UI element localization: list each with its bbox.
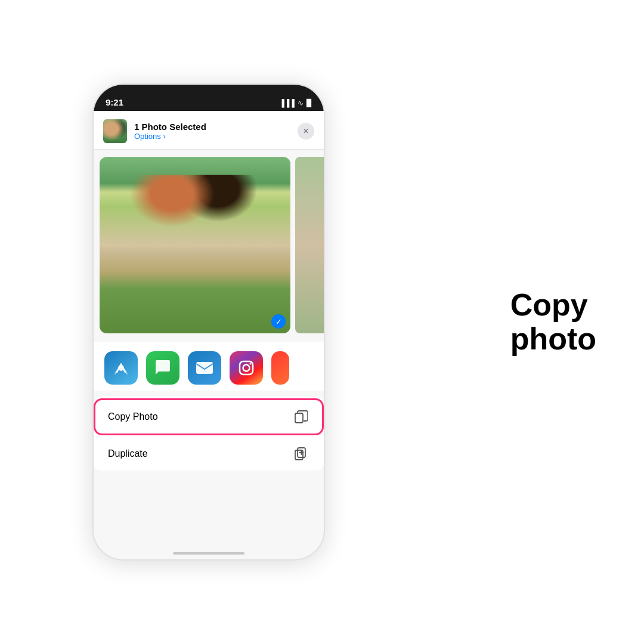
phone-frame: 9:21 ▐▐▐ ∿ ▉ 1 Photo Selected Options › [92, 83, 325, 561]
photo-small-image [295, 157, 324, 333]
partial-app-icon [271, 351, 289, 385]
share-header: 1 Photo Selected Options › [94, 111, 324, 150]
share-header-text: 1 Photo Selected Options › [134, 122, 290, 141]
duplicate-label: Duplicate [108, 448, 293, 459]
signal-icon: ▐▐▐ [279, 99, 295, 107]
mail-item[interactable] [188, 351, 221, 385]
instagram-item[interactable] [230, 351, 263, 385]
photo-people [119, 175, 271, 272]
svg-point-3 [243, 365, 250, 371]
photo-checkmark: ✓ [271, 314, 286, 329]
label-line2: photo [510, 322, 596, 356]
svg-rect-5 [295, 413, 303, 423]
svg-point-4 [250, 363, 252, 365]
photo-item-main[interactable]: ✓ [100, 157, 290, 333]
airdrop-icon [104, 351, 138, 385]
label-line1: Copy [510, 288, 596, 322]
copy-icon [293, 408, 309, 425]
photo-scroll: ✓ [94, 157, 324, 333]
instagram-icon [230, 351, 263, 385]
mail-icon [188, 351, 221, 385]
selected-count-label: 1 Photo Selected [134, 122, 290, 132]
photo-preview-area: ✓ [94, 150, 324, 340]
battery-icon: ▉ [306, 99, 312, 107]
action-list: Copy Photo Duplicate [94, 397, 324, 470]
home-indicator [173, 552, 244, 555]
airdrop-item[interactable] [104, 351, 138, 385]
duplicate-icon [293, 445, 309, 462]
messages-icon [146, 351, 179, 385]
status-icons: ▐▐▐ ∿ ▉ [279, 99, 312, 107]
wifi-icon: ∿ [298, 99, 304, 107]
scene: 9:21 ▐▐▐ ∿ ▉ 1 Photo Selected Options › [0, 0, 644, 644]
copy-photo-label: Copy Photo [108, 411, 293, 422]
close-button[interactable] [298, 123, 314, 140]
photo-item-secondary[interactable] [295, 157, 324, 333]
messages-item[interactable] [146, 351, 179, 385]
share-thumbnail [103, 119, 127, 143]
copy-photo-row[interactable]: Copy Photo [98, 400, 319, 434]
app-icons-row [100, 351, 318, 385]
notch [170, 85, 247, 103]
duplicate-row[interactable]: Duplicate [98, 437, 319, 470]
options-link[interactable]: Options › [134, 132, 290, 141]
label-area: Copy photo [510, 288, 596, 356]
app-icons-section [94, 342, 324, 391]
photo-image [100, 157, 290, 333]
phone-content: 1 Photo Selected Options › ✓ [94, 111, 324, 559]
svg-rect-1 [196, 362, 213, 374]
